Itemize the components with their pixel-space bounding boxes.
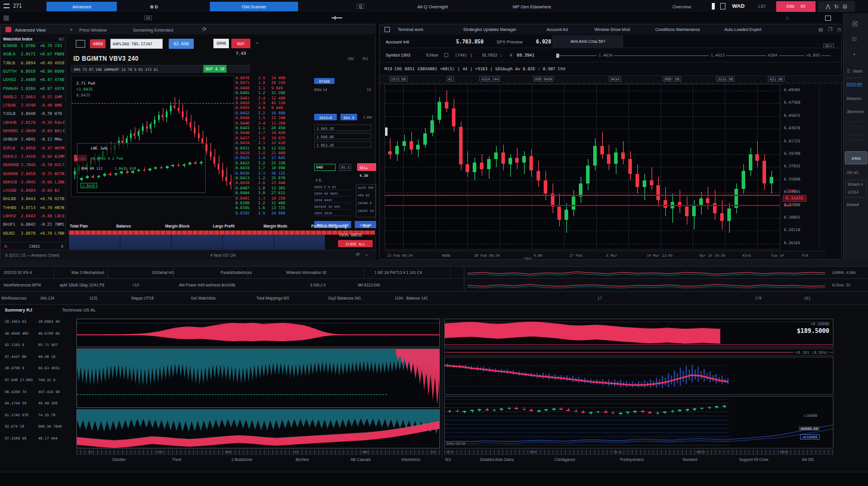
tab-price-window[interactable]: Price Window — [79, 27, 107, 33]
status-item[interactable]: 1 M2 1A P4/713 4 1 141 C4 — [374, 270, 422, 275]
quantity-input[interactable] — [314, 164, 336, 171]
menu-clock-icon[interactable]: ◷ — [837, 27, 841, 32]
order-book-row[interactable]: 0.84762.514 400 — [235, 76, 313, 80]
watchlist-row[interactable]: LBHH22.8442-0.89 L8L9 — [3, 214, 65, 222]
order-book-row[interactable]: 0.84043.027 615 — [235, 191, 313, 195]
order-book-row[interactable]: 0.84223.225 330 — [235, 161, 313, 166]
buy-badge[interactable]: BUY 4.30 — [203, 65, 227, 73]
watchlist-row[interactable]: AWBL22.8463-0.51 GHM — [3, 95, 65, 103]
status-item[interactable]: 2/02/13 92 8% 4 — [4, 270, 32, 275]
watchlist-row[interactable]: BHLB83.8443+0.78 HJ7B — [3, 197, 65, 205]
status-item[interactable]: 3 D9LJ 0 — [310, 283, 326, 287]
order-book-row[interactable]: 0.84612.412 480 — [235, 96, 313, 101]
close-all-button[interactable]: CLOSE ALL — [338, 240, 373, 247]
order-book-row[interactable]: 0.84071.812 305 — [235, 186, 313, 191]
doc-icon[interactable]: ▯ — [847, 68, 850, 73]
zoom-control[interactable]: 10 + — [823, 43, 834, 48]
sidebar-link-1[interactable]: 4CKD M4 — [847, 82, 862, 86]
time-axis[interactable]: 13 Feb 09:34400b18 Feb 09:349:0027 Feb6 … — [385, 251, 826, 258]
status-item[interactable]: +10 — [132, 283, 139, 287]
order-book-row[interactable]: 0.84251.417 645 — [235, 155, 313, 160]
watchlist-row[interactable]: 6BJB22.8878+0.78 L7BB — [3, 231, 65, 239]
back-arrow-icon[interactable] — [331, 17, 342, 18]
eview-checkbox[interactable] — [444, 53, 448, 57]
status-item[interactable]: Max 3 Mechanized — [72, 270, 104, 275]
layers-icon[interactable]: ⊟ — [842, 4, 847, 10]
chart-header-box[interactable]: 1973 B8 — [389, 76, 408, 82]
menu-item[interactable]: Strategies Updates Manager — [463, 27, 516, 32]
chart-header-box[interactable]: 8434 — [609, 76, 621, 82]
ticket-slot[interactable]: 1 843.18 — [314, 124, 371, 131]
right-axis-strip[interactable]: 9/3M3873.3M413M433 — [444, 450, 833, 455]
sidebar-doc-label[interactable]: Mwm — [853, 69, 863, 73]
order-book-row[interactable]: 0.84581.945 120 — [235, 101, 313, 105]
refresh-icon[interactable]: ↻ — [834, 4, 839, 10]
status-item[interactable]: apM 16b/8 1Bay 1O41 P8 — [60, 283, 104, 287]
menu-overview[interactable]: Overview — [672, 4, 691, 10]
order-book-row[interactable]: 0.83982.231 480 — [235, 201, 313, 205]
cart-icon[interactable]: ⛒ — [852, 20, 858, 27]
order-book-row[interactable]: 0.84342.133 410 — [235, 141, 313, 145]
sidebar-active-button[interactable]: 2/60d — [845, 151, 867, 164]
watchlist-row[interactable]: LTBHB2.9748-0.40 BMO — [3, 103, 65, 111]
tab-technows[interactable]: Technows US AL — [62, 307, 96, 313]
status-item[interactable]: G02what HG — [152, 270, 175, 275]
status-item[interactable]: Get Watchlists — [191, 296, 216, 300]
elite-button[interactable]: Elite 60 — [776, 1, 816, 12]
status-item[interactable]: WinResources — [1, 296, 26, 300]
statusbar-refresh-icon[interactable]: ⟳ — [356, 252, 360, 257]
order-book-row[interactable]: 0.84711.820 150 — [235, 80, 313, 85]
order-book-row[interactable]: 0.84550.88 640 — [235, 105, 313, 110]
watchlist-row[interactable]: TJBLB6.8894+0.49 4958 — [3, 61, 65, 69]
orders-button[interactable]: GMHB — [213, 39, 229, 48]
tab-screening[interactable]: Screening Extended — [133, 27, 173, 33]
clipboard-icon[interactable] — [720, 3, 726, 10]
eview-label[interactable]: EView — [426, 53, 438, 57]
compass-icon[interactable]: ◔ — [852, 51, 855, 58]
order-book-row[interactable]: 0.84011.318 250 — [235, 196, 313, 201]
watchlist-row[interactable]: BHJF16.8842-0.21 7BM1 — [3, 222, 65, 230]
slider-handle[interactable] — [556, 54, 559, 58]
chart-header-box[interactable]: 3233 98 — [716, 76, 734, 82]
macd-pane[interactable] — [444, 357, 833, 395]
chart-sub-window[interactable]: LWE Jwb +0.0042 A 2 Fwd BMW BM 121 1.843… — [77, 143, 206, 193]
order-book-row[interactable]: 0.83922.924 860 — [235, 211, 313, 216]
toolbar-plus[interactable]: + — [256, 40, 259, 46]
watchlist-row[interactable]: MJWM82.8458-0.75 BV7B — [3, 172, 65, 180]
ticket-chip[interactable]: 87500 — [314, 78, 334, 84]
price-axis[interactable]: 6.495056.475606.456156.436706.417256.397… — [782, 84, 820, 250]
buy-button[interactable]: BUY 7.43 — [231, 39, 250, 48]
osc-pane-b[interactable] — [76, 348, 440, 408]
tab-summary[interactable]: Summary RJ — [5, 307, 32, 313]
watchlist-row[interactable]: EUTTH6.8910+0.99 0099 — [3, 69, 65, 77]
osc-pane-a[interactable] — [76, 319, 440, 347]
rg-label[interactable]: RG — [362, 57, 368, 61]
watchlist-row[interactable]: BMH1B2.4845-0.66 LJBB — [3, 180, 65, 188]
statusbar-right[interactable]: + — [365, 253, 368, 257]
hamburger-icon[interactable] — [4, 4, 10, 8]
order-book-row[interactable]: 0.84522.216 980 — [235, 111, 313, 116]
ticket-slot[interactable]: 1 853.28 — [314, 141, 371, 148]
menu-chart-icon[interactable] — [385, 27, 390, 32]
status-item[interactable]: 1131 — [89, 296, 98, 300]
add-tab-button[interactable]: + — [70, 27, 73, 33]
watchlist-row[interactable]: THHB63.8713+0.70 HB7B — [3, 205, 65, 214]
watchlist-row[interactable]: LBHHB2.8178-0.29 Rdw — [3, 120, 65, 129]
status-item[interactable]: AM Power A45 wellness 8nG49b — [179, 283, 235, 287]
order-book-row[interactable]: 0.84310.912 555 — [235, 146, 313, 151]
price-box[interactable]: 91.1 — [339, 164, 351, 171]
tab-odd-scanner[interactable]: Odd Scanner — [210, 2, 298, 11]
ticket-slot[interactable]: 1 848.08 — [314, 133, 371, 139]
gm-label[interactable]: GM — [348, 57, 354, 61]
tab-overnight[interactable]: Alt Q Overnight — [417, 4, 448, 10]
sidebar-box-row-1[interactable]: W4wm 4 — [848, 182, 863, 186]
account-tab[interactable]: Amt Amb Cma 59? — [553, 35, 623, 48]
left-axis-strip[interactable]: 15FebM4b43M4514 — [76, 450, 440, 455]
menu-item[interactable]: Terminal work — [398, 27, 423, 32]
order-book-row[interactable]: 0.83951.613 725 — [235, 205, 313, 210]
sell-mkt-button[interactable]: SELL 4.30 — [357, 163, 376, 171]
refresh-tab-icon[interactable]: ⟳ — [202, 26, 207, 32]
menu-window-icon[interactable]: ❐ — [828, 27, 832, 32]
order-book-row[interactable]: 0.84131.215 870 — [235, 176, 313, 180]
menu-item[interactable]: Conditions Maintenance — [655, 27, 700, 32]
